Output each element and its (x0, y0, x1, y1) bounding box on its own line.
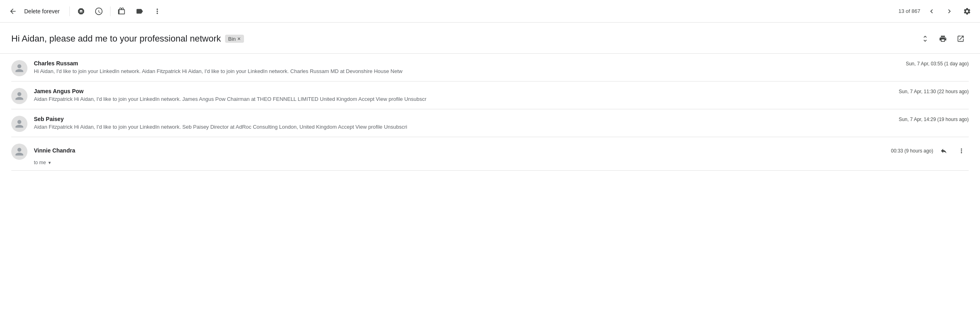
back-button[interactable] (5, 3, 21, 19)
email-subject: Hi Aidan, please add me to your professi… (11, 33, 917, 44)
messages-list: Charles Russam Sun, 7 Apr, 03:55 (1 day … (0, 54, 980, 171)
avatar (11, 116, 27, 132)
next-email-button[interactable] (941, 3, 957, 19)
more-button[interactable] (149, 3, 165, 19)
subject-text: Hi Aidan, please add me to your professi… (11, 33, 221, 44)
message-row: Vinnie Chandra 00:33 (9 hours ago) to me… (11, 137, 969, 171)
email-toolbar: Delete forever 13 of 867 (0, 0, 980, 23)
email-subject-header: Hi Aidan, please add me to your professi… (0, 23, 980, 54)
message-time-with-actions: 00:33 (9 hours ago) (891, 144, 969, 158)
message-row: Charles Russam Sun, 7 Apr, 03:55 (1 day … (11, 54, 969, 81)
email-header-actions (917, 31, 969, 47)
bin-badge: Bin × (225, 35, 244, 43)
message-top: James Angus Pow Sun, 7 Apr, 11:30 (22 ho… (34, 88, 969, 94)
message-content: Charles Russam Sun, 7 Apr, 03:55 (1 day … (34, 60, 969, 74)
report-spam-button[interactable] (73, 3, 89, 19)
to-label: to me (34, 160, 46, 165)
snooze-button[interactable] (91, 3, 107, 19)
bin-badge-close[interactable]: × (238, 35, 241, 42)
message-snippet: Hi Aidan, I'd like to join your LinkedIn… (34, 68, 558, 74)
prev-email-button[interactable] (924, 3, 940, 19)
print-button[interactable] (935, 31, 951, 47)
move-to-button[interactable] (114, 3, 130, 19)
message-time-text: 00:33 (9 hours ago) (891, 148, 933, 154)
reply-button[interactable] (936, 144, 951, 158)
message-snippet: Aidan Fitzpatrick Hi Aidan, I'd like to … (34, 124, 558, 130)
bin-badge-label: Bin (228, 36, 236, 42)
message-to: to me ▼ (34, 160, 969, 165)
divider-2 (110, 6, 111, 16)
sender-name: Vinnie Chandra (34, 147, 75, 154)
avatar (11, 60, 27, 76)
divider-1 (69, 6, 70, 16)
chevron-down-icon[interactable]: ▼ (48, 161, 52, 165)
avatar (11, 144, 27, 160)
avatar (11, 88, 27, 104)
message-top: Seb Paisey Sun, 7 Apr, 14:29 (19 hours a… (34, 116, 969, 122)
settings-button[interactable] (959, 3, 975, 19)
message-content: James Angus Pow Sun, 7 Apr, 11:30 (22 ho… (34, 88, 969, 102)
message-row: Seb Paisey Sun, 7 Apr, 14:29 (19 hours a… (11, 109, 969, 137)
message-content: Vinnie Chandra 00:33 (9 hours ago) to me… (34, 144, 969, 165)
message-content: Seb Paisey Sun, 7 Apr, 14:29 (19 hours a… (34, 116, 969, 130)
label-button[interactable] (131, 3, 148, 19)
message-time: Sun, 7 Apr, 03:55 (1 day ago) (906, 61, 969, 67)
message-time: Sun, 7 Apr, 11:30 (22 hours ago) (899, 89, 969, 94)
open-new-window-button[interactable] (953, 31, 969, 47)
collapse-expand-button[interactable] (917, 31, 933, 47)
message-top: Charles Russam Sun, 7 Apr, 03:55 (1 day … (34, 60, 969, 67)
delete-forever-label: Delete forever (24, 8, 60, 15)
message-time: Sun, 7 Apr, 14:29 (19 hours ago) (899, 117, 969, 122)
more-options-button[interactable] (954, 144, 969, 158)
sender-name: Seb Paisey (34, 116, 64, 122)
sender-name: Charles Russam (34, 60, 78, 67)
message-row: James Angus Pow Sun, 7 Apr, 11:30 (22 ho… (11, 81, 969, 109)
message-top: Vinnie Chandra 00:33 (9 hours ago) (34, 144, 969, 158)
message-snippet: Aidan Fitzpatrick Hi Aidan, I'd like to … (34, 96, 558, 102)
pagination-info: 13 of 867 (899, 8, 920, 14)
sender-name: James Angus Pow (34, 88, 83, 94)
